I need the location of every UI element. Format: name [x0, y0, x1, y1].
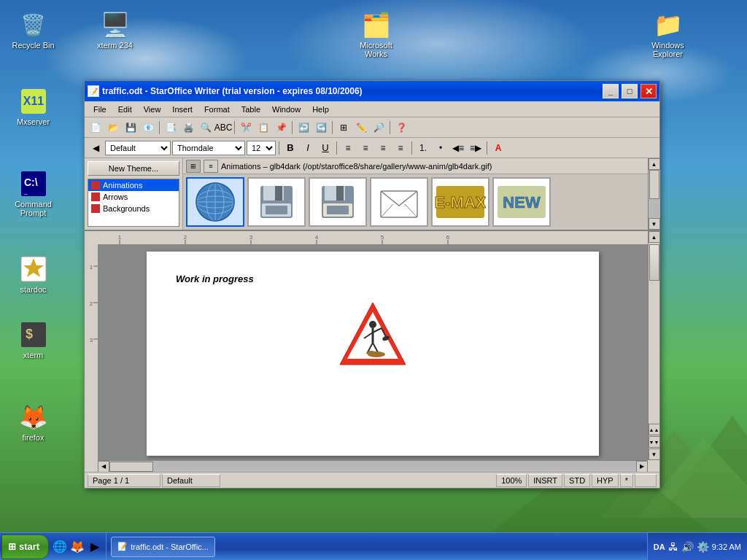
tb-align-justify[interactable]: ≡	[392, 140, 409, 156]
doc-scroll-thumb-h[interactable]	[109, 462, 153, 472]
tb-bold[interactable]: B	[282, 140, 298, 156]
doc-scroll-down[interactable]: ▼	[649, 448, 660, 460]
close-button[interactable]: ✕	[640, 84, 657, 98]
tb-pdf[interactable]: 📑	[163, 120, 179, 136]
tb-list-num[interactable]: 1.	[415, 140, 431, 156]
font-select[interactable]: Thorndale	[172, 141, 245, 155]
status-style: Default	[162, 474, 220, 487]
tb-indent-inc[interactable]: ≡▶	[468, 140, 484, 156]
tb-draw[interactable]: ✏️	[353, 120, 369, 136]
xterm-icon[interactable]: $ xterm	[6, 317, 61, 362]
tb-copy[interactable]: 📋	[255, 120, 271, 136]
tb-email[interactable]: 📧	[140, 120, 156, 136]
style-select[interactable]: Default	[105, 141, 171, 155]
menu-file[interactable]: File	[88, 104, 112, 115]
tb-indent-dec[interactable]: ◀≡	[450, 140, 466, 156]
tb-open[interactable]: 📂	[105, 120, 121, 136]
tb-help[interactable]: ❓	[393, 120, 409, 136]
tb-find[interactable]: 🔎	[371, 120, 387, 136]
new-theme-button[interactable]: New Theme...	[88, 161, 179, 176]
tb-sep3	[292, 121, 293, 134]
ql-ie[interactable]: 🌐	[52, 539, 68, 555]
tb-spellcheck[interactable]: ABC	[215, 120, 231, 136]
quick-launch: 🌐 🦊 ▶	[49, 533, 107, 560]
tb-cut[interactable]: ✂️	[238, 120, 254, 136]
gallery-view-grid[interactable]: ⊞	[186, 160, 201, 173]
size-select[interactable]: 12	[247, 141, 276, 155]
tb-fontcolor[interactable]: A	[490, 140, 506, 156]
status-page: Page 1 / 1	[88, 474, 160, 487]
doc-scroll-pageup[interactable]: ▲▲	[649, 424, 660, 435]
category-animations[interactable]: Animations	[88, 179, 179, 191]
gallery-item-floppy1[interactable]	[247, 177, 306, 227]
minimize-button[interactable]: _	[603, 84, 619, 98]
svg-rect-22	[275, 186, 282, 201]
tb-underline[interactable]: U	[317, 140, 333, 156]
doc-scroll-left[interactable]: ◀	[98, 461, 109, 472]
xterm234-icon[interactable]: 🖥️ xterm 234	[88, 7, 142, 52]
category-backgrounds[interactable]: Backgrounds	[88, 203, 179, 214]
gallery-item-envelope[interactable]	[370, 177, 428, 227]
tb-style-arrow[interactable]: ◀	[88, 140, 104, 156]
toolbar-standard: 📄 📂 💾 📧 📑 🖨️ 🔍 ABC ✂️ 📋 📌 ↩️ ↪️ ⊞ ✏️	[85, 117, 659, 138]
mxserver-label: Mxserver	[17, 117, 50, 126]
maximize-button[interactable]: □	[622, 84, 638, 98]
doc-scroll-up[interactable]: ▲	[649, 231, 660, 243]
stardoc-icon[interactable]: stardoc	[6, 252, 61, 297]
status-hyp: HYP	[592, 474, 619, 487]
tb-align-left[interactable]: ≡	[340, 140, 356, 156]
emax-svg: E-MAX	[435, 180, 486, 224]
gallery-item-floppy2[interactable]	[309, 177, 367, 227]
tb-table[interactable]: ⊞	[336, 120, 352, 136]
doc-scroll-pagedown[interactable]: ▼▼	[649, 436, 660, 448]
tb-align-right[interactable]: ≡	[375, 140, 391, 156]
gallery-scroll-thumb[interactable]	[649, 170, 659, 199]
doc-scrollbar-h: ◀ ▶	[98, 460, 648, 472]
status-bar: Page 1 / 1 Default 100% INSRT STD HYP *	[85, 472, 659, 488]
doc-scroll-thumb[interactable]	[649, 244, 659, 281]
tb-undo[interactable]: ↩️	[295, 120, 311, 136]
stardoc-image	[19, 254, 48, 284]
command-prompt-icon[interactable]: C:\_ Command Prompt	[6, 166, 61, 220]
tb-save[interactable]: 💾	[123, 120, 139, 136]
svg-text:2: 2	[184, 234, 187, 241]
category-arrows[interactable]: Arrows	[88, 191, 179, 203]
document-wrapper: 1 2 3 4 5 6	[85, 231, 659, 472]
tb-new[interactable]: 📄	[88, 120, 104, 136]
mxserver-icon[interactable]: X11 Mxserver	[6, 84, 61, 129]
menu-view[interactable]: View	[138, 104, 167, 115]
menu-help[interactable]: Help	[306, 104, 335, 115]
tb-print[interactable]: 🖨️	[180, 120, 196, 136]
command-prompt-label: Command Prompt	[9, 200, 58, 217]
tb-preview[interactable]: 🔍	[198, 120, 214, 136]
toolbar-formatting: ◀ Default Thorndale 12 B I U ≡ ≡ ≡ ≡	[85, 138, 659, 158]
microsoft-works-icon[interactable]: 🗂️ Microsoft Works	[349, 7, 403, 61]
gallery-scroll-up[interactable]: ▲	[649, 158, 660, 170]
menu-window[interactable]: Window	[266, 104, 306, 115]
gallery-item-new[interactable]: NEW	[492, 177, 551, 227]
windows-explorer-icon[interactable]: 📁 Windows Explorer	[640, 7, 695, 61]
doc-scroll-right[interactable]: ▶	[636, 461, 648, 472]
tb-sep7	[336, 141, 337, 155]
gallery-item-globe[interactable]	[186, 177, 244, 227]
gallery-item-emax[interactable]: E-MAX	[431, 177, 489, 227]
firefox-icon[interactable]: 🦊 firefox	[6, 400, 61, 445]
gallery-view-list[interactable]: ≡	[204, 160, 218, 173]
ql-media[interactable]: ▶	[87, 539, 103, 555]
cat-animations-icon	[91, 181, 100, 190]
tb-paste[interactable]: 📌	[273, 120, 289, 136]
gallery-scroll-down[interactable]: ▼	[649, 218, 660, 230]
ql-ff[interactable]: 🦊	[69, 539, 85, 555]
menu-insert[interactable]: Insert	[166, 104, 198, 115]
document-content[interactable]: Work in progress	[98, 244, 648, 460]
recycle-bin-icon[interactable]: 🗑️ Recycle Bin	[6, 7, 61, 52]
start-button[interactable]: ⊞ start	[1, 534, 49, 559]
menu-table[interactable]: Table	[236, 104, 266, 115]
tb-italic[interactable]: I	[300, 140, 316, 156]
tb-list-bullet[interactable]: •	[433, 140, 449, 156]
taskbar-item-writer[interactable]: 📝 traffic.odt - StarOffic...	[111, 537, 215, 557]
tb-align-center[interactable]: ≡	[357, 140, 374, 156]
menu-edit[interactable]: Edit	[112, 104, 138, 115]
tb-redo[interactable]: ↪️	[313, 120, 329, 136]
menu-format[interactable]: Format	[198, 104, 236, 115]
